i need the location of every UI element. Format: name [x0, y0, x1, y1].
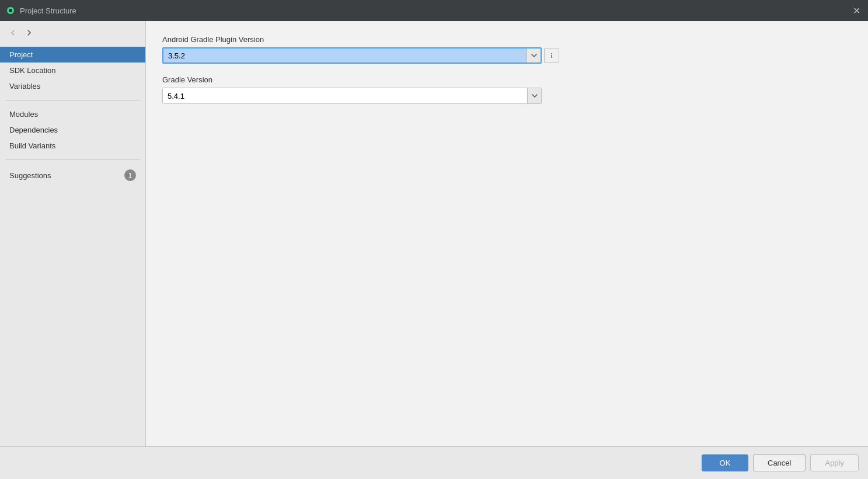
sidebar-item-dependencies-label: Dependencies: [9, 126, 58, 134]
sidebar-item-build-variants[interactable]: Build Variants: [0, 138, 145, 154]
dialog-footer: OK Cancel Apply: [0, 446, 868, 479]
dialog-body: Project SDK Location Variables Modules D…: [0, 21, 868, 446]
gradle-version-group: Gradle Version: [162, 75, 852, 104]
gradle-version-dropdown-arrow[interactable]: [527, 88, 541, 103]
sidebar-section-2: Modules Dependencies Build Variants: [0, 104, 145, 156]
gradle-version-row: [162, 88, 852, 104]
gradle-version-input[interactable]: [163, 88, 527, 103]
sidebar-item-modules-label: Modules: [9, 110, 38, 119]
sidebar-item-suggestions[interactable]: Suggestions 1: [0, 166, 145, 185]
sidebar-item-modules[interactable]: Modules: [0, 106, 145, 122]
sidebar-section-1: Project SDK Location Variables: [0, 44, 145, 96]
nav-forward-button[interactable]: [22, 26, 36, 40]
plugin-version-group: Android Gradle Plugin Version: [162, 35, 852, 64]
sidebar-item-suggestions-label: Suggestions: [9, 171, 51, 180]
sidebar-divider-1: [6, 100, 140, 100]
title-bar-left: Project Structure: [6, 6, 76, 15]
suggestions-badge: 1: [124, 169, 136, 181]
plugin-version-row: [162, 47, 852, 64]
plugin-version-info-button[interactable]: [544, 48, 559, 63]
dialog-title: Project Structure: [20, 6, 76, 15]
nav-back-button[interactable]: [6, 26, 20, 40]
main-content: Android Gradle Plugin Version: [146, 21, 868, 446]
ok-button[interactable]: OK: [702, 454, 748, 471]
project-structure-dialog: Project Structure ✕ Project: [0, 0, 868, 479]
sidebar-item-project[interactable]: Project: [0, 47, 145, 63]
apply-button[interactable]: Apply: [810, 454, 859, 471]
cancel-button[interactable]: Cancel: [753, 454, 806, 471]
plugin-version-label: Android Gradle Plugin Version: [162, 35, 852, 44]
plugin-version-combobox[interactable]: [162, 47, 542, 64]
sidebar-item-project-label: Project: [9, 50, 33, 59]
sidebar: Project SDK Location Variables Modules D…: [0, 21, 146, 446]
sidebar-item-variables-label: Variables: [9, 82, 40, 91]
svg-rect-4: [551, 53, 552, 54]
sidebar-divider-2: [6, 159, 140, 160]
nav-controls: [0, 21, 145, 44]
plugin-version-input[interactable]: [163, 48, 527, 63]
app-icon: [6, 6, 15, 15]
gradle-version-combobox[interactable]: [162, 88, 542, 104]
sidebar-item-sdk-location[interactable]: SDK Location: [0, 63, 145, 78]
sidebar-item-variables[interactable]: Variables: [0, 78, 145, 94]
plugin-version-dropdown-arrow[interactable]: [527, 48, 541, 63]
svg-point-1: [9, 9, 12, 12]
title-bar: Project Structure ✕: [0, 0, 868, 21]
svg-rect-5: [551, 55, 552, 58]
close-button[interactable]: ✕: [850, 5, 862, 16]
sidebar-section-3: Suggestions 1: [0, 164, 145, 187]
sidebar-item-dependencies[interactable]: Dependencies: [0, 122, 145, 138]
sidebar-item-sdk-location-label: SDK Location: [9, 66, 56, 75]
sidebar-item-build-variants-label: Build Variants: [9, 141, 55, 150]
gradle-version-label: Gradle Version: [162, 75, 852, 84]
